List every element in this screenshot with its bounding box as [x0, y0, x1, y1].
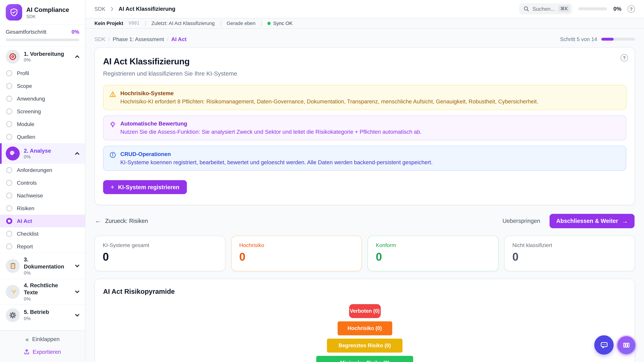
register-ki-system-button[interactable]: + KI-System registrieren: [103, 180, 187, 194]
section-label: 4. Rechtliche Texte: [24, 282, 70, 296]
sidebar-item-controls[interactable]: Controls: [0, 176, 85, 189]
app-logo: [6, 4, 22, 20]
chevron-down-icon: [74, 263, 80, 269]
page-title: AI Act Klassifizierung: [103, 57, 626, 66]
sidebar-item-profil[interactable]: Profil: [0, 67, 85, 80]
alert-automatische-bewertung: Automatische Bewertung Nutzen Sie die As…: [103, 115, 626, 140]
skip-button[interactable]: Ueberspringen: [502, 218, 540, 224]
wizard-nav-row: ← Zurueck: Risiken Ueberspringen Abschli…: [95, 214, 634, 228]
radio-icon: [6, 193, 12, 199]
radio-icon: [6, 96, 12, 102]
pyramid-level-minimales-risiko: Minimales Risiko (0): [316, 356, 413, 362]
chevron-down-icon: [74, 289, 80, 295]
sidebar-item-module[interactable]: Module: [0, 118, 85, 131]
breadcrumb-sdk[interactable]: SDK: [94, 36, 105, 42]
chat-fab-button[interactable]: [594, 335, 614, 355]
memo-icon: [6, 285, 20, 299]
magnifier-icon: [6, 146, 20, 160]
back-button[interactable]: ← Zurueck: Risiken: [95, 217, 148, 225]
floating-buttons: [594, 335, 636, 355]
radio-icon: [6, 121, 12, 127]
sidebar-item-quellen[interactable]: Quellen: [0, 131, 85, 143]
sidebar-item-nachweise[interactable]: Nachweise: [0, 189, 85, 202]
radio-icon: [6, 83, 12, 89]
sidebar-item-checklist[interactable]: Checklist: [0, 227, 85, 240]
sidebar-item-scope[interactable]: Scope: [0, 80, 85, 92]
step-progress: Schritt 5 von 14: [560, 36, 635, 42]
alert-crud-operationen: CRUD-Operationen KI-Systeme koennen regi…: [103, 146, 626, 171]
version-badge: V001: [129, 21, 140, 26]
target-icon: [6, 50, 20, 63]
stat-card-total: KI-Systeme gesamt 0: [94, 236, 225, 271]
step-progress-bar: [601, 38, 635, 40]
collapse-icon: «: [26, 336, 29, 343]
sidebar-section-dokumentation[interactable]: 3. Dokumentation 0%: [0, 253, 85, 279]
info-circle-icon: [109, 151, 116, 165]
radio-icon: [6, 108, 12, 115]
sidebar-item-screening[interactable]: Screening: [0, 105, 85, 118]
alert-title: CRUD-Operationen: [120, 151, 433, 157]
project-name: Kein Projekt: [94, 20, 123, 26]
radio-icon: [6, 231, 12, 237]
radio-icon: [6, 134, 12, 140]
app-title: AI Compliance: [26, 6, 69, 13]
risk-pyramid: Verboten (0) Hochrisiko (0) Begrenztes R…: [103, 304, 626, 362]
last-action: Zuletzt: AI Act Klassifizierung: [152, 20, 215, 26]
sidebar-section-vorbereitung[interactable]: 1. Vorbereitung 0%: [0, 46, 85, 67]
columns-icon: [622, 341, 630, 349]
finish-and-next-button[interactable]: Abschliessen & Weiter →: [550, 214, 634, 228]
search-input[interactable]: Suchen... ⌘K: [519, 3, 572, 14]
section-percent: 0%: [24, 58, 64, 62]
sidebar-footer: « Einklappen Exportieren: [0, 330, 85, 362]
sidebar-item-anwendung[interactable]: Anwendung: [0, 92, 85, 105]
export-button[interactable]: Exportieren: [24, 349, 61, 355]
sidebar-section-rechtliche-texte[interactable]: 4. Rechtliche Texte 0%: [0, 279, 85, 304]
breadcrumb-root[interactable]: SDK: [94, 6, 105, 12]
chevron-up-icon: [74, 54, 80, 59]
main-area: SDK AI Act Klassifizierung Suchen... ⌘K …: [85, 0, 644, 362]
warning-triangle-icon: [109, 91, 116, 105]
pyramid-level-begrenztes-risiko: Begrenztes Risiko (0): [327, 338, 402, 352]
sync-ok-dot-icon: [267, 22, 271, 25]
gear-icon: [6, 308, 20, 322]
clipboard-icon: [6, 259, 20, 273]
breadcrumb-ai-act: AI Act: [171, 36, 186, 42]
step-label: Schritt 5 von 14: [560, 36, 597, 42]
sidebar-item-risiken[interactable]: Risiken: [0, 202, 85, 215]
shield-check-icon: [10, 8, 18, 17]
search-icon: [524, 6, 529, 12]
radio-icon: [6, 243, 12, 250]
sidebar-section-betrieb[interactable]: 5. Betrieb 0%: [0, 305, 85, 325]
lightbulb-icon: [109, 121, 116, 135]
alert-body: Nutzen Sie die Assess-Funktion: Sie anal…: [120, 129, 422, 135]
chevron-right-icon: [110, 6, 114, 11]
sidebar-item-report[interactable]: Report: [0, 240, 85, 253]
pyramid-title: AI Act Risikopyramide: [103, 288, 626, 296]
overall-progress-label: Gesamtfortschritt: [6, 29, 46, 35]
app-root: AI Compliance SDK Gesamtfortschritt 0%: [0, 0, 644, 362]
section-label: 3. Dokumentation: [24, 257, 70, 271]
sidebar-section-analyse[interactable]: 2. Analyse 0%: [0, 143, 85, 164]
plus-icon: +: [110, 184, 114, 190]
arrow-left-icon: ←: [95, 217, 102, 225]
sidebar-item-ai-act[interactable]: AI Act: [0, 215, 85, 227]
help-icon[interactable]: ?: [628, 5, 635, 12]
top-bar: SDK AI Act Klassifizierung Suchen... ⌘K …: [85, 0, 644, 18]
sidebar-item-anforderungen[interactable]: Anforderungen: [0, 164, 85, 176]
upload-icon: [24, 349, 30, 355]
section-label: 2. Analyse: [24, 148, 51, 155]
collapse-sidebar-button[interactable]: « Einklappen: [26, 336, 60, 343]
content-breadcrumb-row: SDK / Phase 1: Assessment / AI Act Schri…: [94, 36, 635, 42]
section-percent: 0%: [24, 270, 70, 275]
card-help-icon[interactable]: ?: [620, 54, 628, 61]
keyboard-shortcut-badge: ⌘K: [558, 5, 570, 12]
overall-progress-bar: [6, 38, 79, 41]
panel-fab-button[interactable]: [617, 336, 636, 354]
breadcrumb-phase[interactable]: Phase 1: Assessment: [113, 36, 164, 42]
stat-card-nicht-klassifiziert: Nicht klassifiziert 0: [504, 236, 635, 271]
stat-card-konform: Konform 0: [368, 236, 498, 271]
status-bar: Kein Projekt V001 | Zuletzt: AI Act Klas…: [85, 18, 644, 29]
radio-icon: [6, 167, 12, 173]
overall-progress: Gesamtfortschritt 0%: [0, 25, 85, 46]
section-label: 1. Vorbereitung: [24, 51, 64, 58]
